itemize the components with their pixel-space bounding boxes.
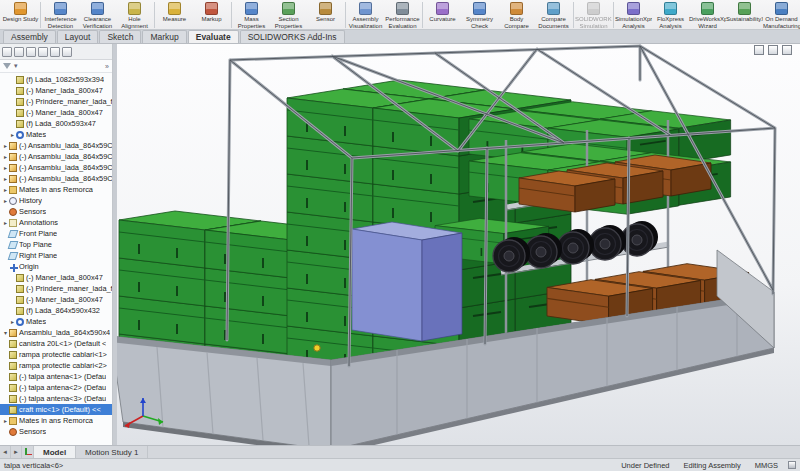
expand-arrow-icon[interactable]: ▸ xyxy=(2,164,9,171)
graphics-viewport[interactable] xyxy=(117,44,800,445)
tab-scroll-left-icon[interactable]: ◄ xyxy=(0,446,11,458)
feature-tree-item[interactable]: (-) talpa antena<3> (Defau xyxy=(0,393,112,404)
sustainability-button[interactable]: SustainabilityXpress xyxy=(726,1,763,29)
view-orientation-icon[interactable] xyxy=(417,45,429,57)
expand-arrow-icon[interactable]: ▸ xyxy=(2,186,9,193)
tab-sketch[interactable]: Sketch xyxy=(99,30,141,43)
feature-tree-item[interactable]: ▸ Mates in ans Remorca xyxy=(0,415,112,426)
body-compare-button[interactable]: Body Compare xyxy=(498,1,535,29)
expand-arrow-icon[interactable]: ▸ xyxy=(2,175,9,182)
configurationmanager-icon[interactable] xyxy=(26,47,36,57)
feature-tree-item[interactable]: (-) Prindere_maner_lada_f xyxy=(0,283,112,294)
feature-tree-item[interactable]: ▸ History xyxy=(0,195,112,206)
expand-arrow-icon[interactable]: ▸ xyxy=(9,131,16,138)
driveworksxpress-wizard-button[interactable]: DriveWorksXpress Wizard xyxy=(689,1,726,29)
feature-tree-item[interactable]: rampa protectie cablari<1> xyxy=(0,349,112,360)
on-demand-manufacturing-button[interactable]: On Demand Manufacturing xyxy=(763,1,800,29)
blue-cabinet[interactable] xyxy=(352,222,462,341)
propertymanager-icon[interactable] xyxy=(14,47,24,57)
measure-button[interactable]: Measure xyxy=(156,1,193,29)
feature-tree-item[interactable]: ▸ (-) Ansamblu_lada_864x59C xyxy=(0,140,112,151)
feature-tree-item[interactable]: (-) Maner_lada_800x47 xyxy=(0,294,112,305)
markup-button[interactable]: Markup xyxy=(193,1,230,29)
appearance-icon[interactable] xyxy=(465,45,477,57)
floxpress-wizard-button[interactable]: FloXpress Analysis Wizard xyxy=(652,1,689,29)
motion-study-tab[interactable]: Motion Study 1 xyxy=(76,446,148,458)
solidworks-simulation-button[interactable]: SOLIDWORKS Simulation xyxy=(575,1,612,29)
simulationxpress-wizard-button[interactable]: SimulationXpress Analysis Wizard xyxy=(615,1,652,29)
curvature-button[interactable]: Curvature xyxy=(424,1,461,29)
interference-detection-button[interactable]: Interference Detection xyxy=(42,1,79,29)
cam-tab-icon[interactable] xyxy=(62,47,72,57)
tab-solidworks-addins[interactable]: SOLIDWORKS Add-Ins xyxy=(240,30,345,43)
assembly-3d-model[interactable] xyxy=(117,44,800,445)
clearance-verification-button[interactable]: Clearance Verification xyxy=(79,1,116,29)
assembly-visualization-button[interactable]: Assembly Visualization xyxy=(347,1,384,29)
feature-tree-item[interactable]: ▸ (-) Ansamblu_lada_864x59C xyxy=(0,151,112,162)
feature-tree-item[interactable]: Sensors xyxy=(0,206,112,217)
feature-tree-item[interactable]: ▸ Mates in ans Remorca xyxy=(0,184,112,195)
sensor-button[interactable]: Sensor xyxy=(307,1,344,29)
feature-tree-item[interactable]: canistra 20L<1> (Default < xyxy=(0,338,112,349)
feature-tree-item[interactable]: (f) Lada_800x593x47 xyxy=(0,118,112,129)
feature-tree-item[interactable]: ▸ Mates xyxy=(0,316,112,327)
tab-layout[interactable]: Layout xyxy=(57,30,99,43)
displaymanager-icon[interactable] xyxy=(50,47,60,57)
viewport-collapse-icon[interactable] xyxy=(782,45,792,55)
mass-properties-button[interactable]: Mass Properties xyxy=(233,1,270,29)
viewport-refresh-icon[interactable] xyxy=(754,45,764,55)
panel-expand-icon[interactable]: » xyxy=(105,63,109,70)
expand-arrow-icon[interactable]: ▸ xyxy=(2,197,9,204)
display-style-icon[interactable] xyxy=(433,45,445,57)
hole-alignment-button[interactable]: Hole Alignment xyxy=(116,1,153,29)
chevron-down-icon[interactable]: ▾ xyxy=(14,62,18,70)
feature-tree-item[interactable]: (f) Lada_1082x593x394 xyxy=(0,74,112,85)
feature-tree-item[interactable]: craft mic<1> (Default) << xyxy=(0,404,112,415)
feature-tree-item[interactable]: (-) talpa antena<1> (Defau xyxy=(0,371,112,382)
feature-tree-item[interactable]: (-) Prindere_maner_lada_f xyxy=(0,96,112,107)
performance-evaluation-button[interactable]: Performance Evaluation xyxy=(384,1,421,29)
hide-show-items-icon[interactable] xyxy=(449,45,461,57)
section-properties-button[interactable]: Section Properties xyxy=(270,1,307,29)
expand-arrow-icon[interactable]: ▾ xyxy=(2,329,9,336)
symmetry-check-button[interactable]: Symmetry Check xyxy=(461,1,498,29)
expand-arrow-icon[interactable]: ▸ xyxy=(2,142,9,149)
feature-tree-item[interactable]: ▸ (-) Ansamblu_lada_864x59C xyxy=(0,162,112,173)
zoom-fit-icon[interactable] xyxy=(353,45,365,57)
feature-tree-item[interactable]: ▸ (-) Ansamblu_lada_864x59C xyxy=(0,173,112,184)
feature-tree-item[interactable]: (-) Maner_lada_800x47 xyxy=(0,85,112,96)
model-tab[interactable]: Model xyxy=(34,446,76,458)
previous-view-icon[interactable] xyxy=(385,45,397,57)
feature-tree-item[interactable]: Top Plane xyxy=(0,239,112,250)
design-study-button[interactable]: Design Study xyxy=(2,1,39,29)
section-view-icon[interactable] xyxy=(401,45,413,57)
feature-tree-item[interactable]: Front Plane xyxy=(0,228,112,239)
expand-arrow-icon[interactable]: ▸ xyxy=(9,318,16,325)
feature-tree-item[interactable]: (-) talpa antena<2> (Defau xyxy=(0,382,112,393)
tab-assembly[interactable]: Assembly xyxy=(3,30,56,43)
feature-tree-item[interactable]: ▾ Ansamblu_lada_864x590x4 xyxy=(0,327,112,338)
expand-arrow-icon[interactable]: ▸ xyxy=(2,153,9,160)
unit-system-icon[interactable] xyxy=(788,461,796,469)
feature-tree-item[interactable]: ▸ Mates xyxy=(0,129,112,140)
filter-funnel-icon[interactable] xyxy=(3,63,11,69)
expand-arrow-icon[interactable]: ▸ xyxy=(2,219,9,226)
feature-tree-item[interactable]: ▸ Annotations xyxy=(0,217,112,228)
feature-tree-item[interactable]: (f) Lada_864x590x432 xyxy=(0,305,112,316)
feature-tree-item[interactable]: Sensors xyxy=(0,426,112,437)
feature-tree-item[interactable]: (-) Maner_lada_800x47 xyxy=(0,272,112,283)
viewport-window-icon[interactable] xyxy=(768,45,778,55)
tab-scroll-right-icon[interactable]: ► xyxy=(11,446,22,458)
feature-tree-item[interactable]: rampa protectie cablari<2> xyxy=(0,360,112,371)
dimxpertmanager-icon[interactable] xyxy=(38,47,48,57)
expand-arrow-icon[interactable]: ▸ xyxy=(2,417,9,424)
tab-markup[interactable]: Markup xyxy=(142,30,186,43)
tab-evaluate[interactable]: Evaluate xyxy=(188,30,239,43)
compare-documents-button[interactable]: Compare Documents xyxy=(535,1,572,29)
featuremanager-tree-icon[interactable] xyxy=(2,47,12,57)
feature-tree-item[interactable]: Right Plane xyxy=(0,250,112,261)
feature-tree-item[interactable]: (-) Maner_lada_800x47 xyxy=(0,107,112,118)
mate-marker[interactable] xyxy=(314,345,320,351)
feature-tree-item[interactable]: Origin xyxy=(0,261,112,272)
zoom-area-icon[interactable] xyxy=(369,45,381,57)
